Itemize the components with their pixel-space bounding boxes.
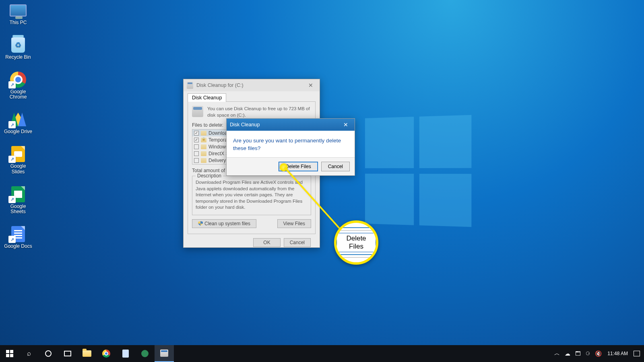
taskbar-app-generic[interactable]	[135, 345, 155, 362]
description-legend: Description	[196, 173, 223, 179]
checkbox[interactable]: ✓	[194, 138, 199, 142]
desktop-icons: This PC ♻ Recycle Bin ↗ Google Chrome ↗ …	[3, 2, 35, 261]
folder-icon	[201, 131, 206, 136]
search-icon: ⌕	[27, 350, 31, 358]
desktop-background[interactable]: This PC ♻ Recycle Bin ↗ Google Chrome ↗ …	[0, 0, 644, 362]
task-view-icon	[64, 351, 71, 356]
notepad-icon	[122, 350, 129, 358]
desktop-icon-label: This PC	[3, 20, 33, 26]
folder-icon	[201, 158, 206, 163]
recycle-bin-icon: ♻	[11, 37, 25, 53]
drive-icon	[192, 106, 203, 117]
shortcut-arrow-icon: ↗	[8, 156, 16, 163]
desktop-icon-label: Google Sheets	[3, 204, 33, 215]
circle-icon	[45, 350, 52, 357]
volume-icon[interactable]: 🔇	[595, 350, 602, 357]
folder-icon	[201, 144, 206, 149]
description-group: Description Downloaded Program Files are…	[192, 176, 311, 215]
desktop-icon-label: Google Slides	[3, 164, 33, 175]
windows-logo-icon	[6, 350, 13, 357]
titlebar[interactable]: Disk Cleanup ✕	[227, 119, 355, 131]
tab-disk-cleanup[interactable]: Disk Cleanup	[188, 93, 226, 102]
desktop-icon-chrome[interactable]: ↗ Google Chrome	[3, 72, 33, 101]
checkbox[interactable]: ✓	[194, 131, 199, 136]
shortcut-arrow-icon: ↗	[8, 236, 16, 243]
desktop-icon-gsheets[interactable]: ↗ Google Sheets	[3, 186, 33, 215]
description-text: Downloaded Program Files are ActiveX con…	[196, 179, 308, 211]
shortcut-arrow-icon: ↗	[8, 121, 16, 128]
confirm-message: Are you sure you want to permanently del…	[227, 131, 355, 157]
network-icon[interactable]: ⚆	[586, 351, 590, 356]
desktop-icon-this-pc[interactable]: This PC	[3, 2, 33, 26]
cortana-button[interactable]	[39, 345, 58, 362]
action-center-button[interactable]	[634, 351, 640, 356]
taskbar-app-notepad[interactable]	[116, 345, 135, 362]
checkbox[interactable]	[194, 158, 199, 163]
cancel-button[interactable]: Cancel	[284, 238, 311, 247]
checkbox[interactable]	[194, 144, 199, 149]
callout-magnifier: Delete Files	[334, 220, 378, 265]
shortcut-arrow-icon: ↗	[8, 81, 16, 88]
confirm-delete-dialog: Disk Cleanup ✕ Are you sure you want to …	[226, 118, 355, 176]
desktop-icon-gdocs[interactable]: ↗ Google Docs	[3, 226, 33, 249]
file-explorer-icon	[83, 350, 91, 357]
chrome-icon	[102, 350, 110, 358]
view-files-button[interactable]: View Files	[277, 219, 311, 228]
disk-cleanup-icon	[160, 350, 168, 357]
shortcut-arrow-icon: ↗	[8, 196, 16, 203]
taskbar-app-disk-cleanup[interactable]	[155, 345, 174, 362]
desktop-icon-gslides[interactable]: ↗ Google Slides	[3, 146, 33, 175]
pc-icon	[10, 4, 27, 16]
desktop-icon-label: Recycle Bin	[3, 55, 33, 60]
taskbar-clock[interactable]: 11:48 AM	[607, 351, 628, 356]
shield-icon	[198, 221, 203, 226]
checkbox[interactable]	[194, 151, 199, 156]
info-text: You can use Disk Cleanup to free up to 7…	[207, 106, 311, 118]
ok-button[interactable]: OK	[253, 238, 280, 247]
folder-locked-icon	[201, 138, 206, 142]
desktop-icon-label: Google Chrome	[3, 89, 33, 101]
desktop-icon-recycle-bin[interactable]: ♻ Recycle Bin	[3, 37, 33, 60]
system-tray[interactable]: ︿ ☁ 🗔 ⚆ 🔇	[554, 350, 602, 357]
taskbar-app-chrome[interactable]	[97, 345, 116, 362]
window-title: Disk Cleanup	[230, 122, 260, 128]
app-icon	[141, 350, 149, 357]
task-view-button[interactable]	[58, 345, 77, 362]
desktop-icon-gdrive[interactable]: ↗ Google Drive	[3, 111, 33, 135]
battery-icon[interactable]: 🗔	[575, 350, 581, 357]
cancel-button[interactable]: Cancel	[321, 162, 350, 171]
magnified-delete-files-label: Delete Files	[336, 233, 376, 252]
titlebar[interactable]: Disk Cleanup for (C:) ✕	[184, 79, 320, 91]
taskbar: ⌕ ︿ ☁ 🗔 ⚆ 🔇 11:48 AM	[0, 345, 644, 362]
desktop-icon-label: Google Drive	[3, 129, 33, 135]
tray-chevron-up-icon[interactable]: ︿	[554, 350, 560, 357]
taskbar-app-explorer[interactable]	[77, 345, 97, 362]
close-button[interactable]: ✕	[302, 79, 320, 91]
start-button[interactable]	[0, 345, 19, 362]
desktop-icon-label: Google Docs	[3, 244, 33, 249]
onedrive-icon[interactable]: ☁	[565, 350, 570, 357]
window-title: Disk Cleanup for (C:)	[196, 82, 244, 88]
clean-system-files-button[interactable]: Clean up system files	[192, 219, 256, 228]
search-button[interactable]: ⌕	[19, 345, 39, 362]
windows-logo-wallpaper	[365, 115, 471, 227]
folder-icon	[201, 151, 206, 156]
close-button[interactable]: ✕	[337, 119, 355, 131]
disk-cleanup-icon	[187, 82, 193, 88]
